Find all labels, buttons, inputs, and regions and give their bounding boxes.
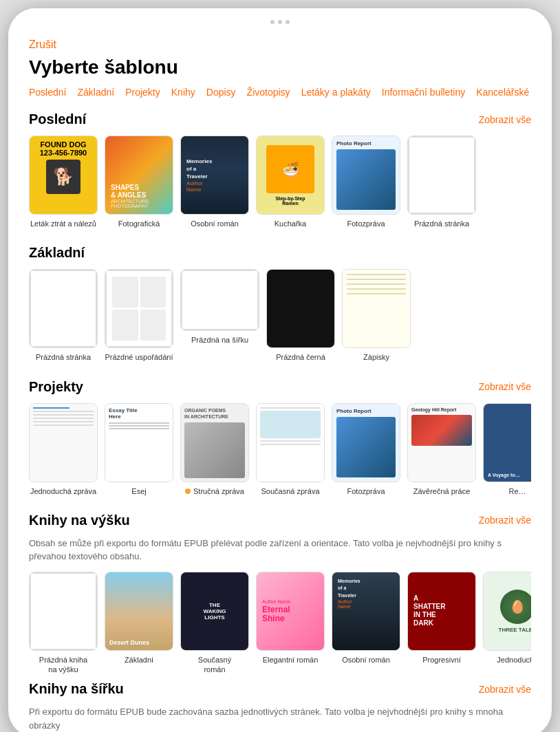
layout-cell-2 <box>140 277 166 308</box>
template-eternal-shine[interactable]: Author Name EternalShine Elegantní román <box>256 572 325 675</box>
template-label-desert-dunes: Základní <box>125 655 153 665</box>
organic-image <box>184 422 245 478</box>
template-photo-report-2[interactable]: Photo Report Fotozpráva <box>332 403 400 496</box>
template-thumb-blank-landscape <box>180 269 259 331</box>
books-portrait-description: Obsah se může při exportu do formátu EPU… <box>29 537 531 563</box>
mb-author: AuthorName <box>338 599 394 609</box>
template-notes[interactable]: Zápisky <box>342 269 411 362</box>
thumb-blank-landscape-content <box>181 270 259 330</box>
template-book-blank[interactable]: Prázdná knihana výšku <box>29 572 98 675</box>
template-desert-dunes[interactable]: Desert Dunes Základní <box>105 572 173 675</box>
projects-show-all[interactable]: Zobrazit vše <box>479 381 531 392</box>
template-waking-lights[interactable]: THEWAKINGLIGHTS Současnýromán <box>180 572 249 675</box>
template-label-modern-report: Současná zpráva <box>261 486 320 496</box>
books-landscape-show-all[interactable]: Zobrazit vše <box>479 684 531 695</box>
template-blank-layout[interactable]: Prázdné uspořádání <box>105 269 173 362</box>
template-found-dog[interactable]: FOUND DOG123-456-7890 🐕 Leták ztrát a ná… <box>29 136 98 228</box>
thumb-blank-layout-content <box>105 270 173 347</box>
brief-dot <box>185 488 191 494</box>
tab-projects[interactable]: Projekty <box>125 87 160 98</box>
note-line <box>347 293 406 294</box>
template-thumb-shatter: ASHATTERIN THEDARK <box>407 572 476 651</box>
sr-line <box>33 407 69 409</box>
thumb-mb-content: Memoriesof aTraveler AuthorName <box>332 572 400 650</box>
template-voyage[interactable]: A Voyage to… Re… <box>483 403 531 496</box>
template-label-essay: Esej <box>131 486 146 496</box>
template-thumb-blank-layout <box>105 269 173 348</box>
cancel-button[interactable]: Zrušit <box>29 39 56 51</box>
books-portrait-title: Knihy na výšku <box>29 513 130 528</box>
template-shatter[interactable]: ASHATTERIN THEDARK Progresivní <box>407 572 476 675</box>
pr2-image <box>336 417 396 477</box>
thumb-organic-content: ORGANIC POEMSIN ARCHITECTURE <box>181 404 248 482</box>
tt-title: THREE TALES <box>499 627 531 633</box>
projects-title: Projekty <box>29 379 83 395</box>
template-three-tales[interactable]: 🥚 THREE TALES Jednoduchý <box>483 572 531 675</box>
tab-basic[interactable]: Základní <box>77 87 114 98</box>
template-blank-page[interactable]: Prázdná stránka <box>29 269 98 362</box>
template-blank-recent[interactable]: Prázdná stránka <box>407 136 476 228</box>
template-memories-book[interactable]: Memoriesof aTraveler AuthorName Osobní r… <box>332 572 400 675</box>
template-thumb-desert-dunes: Desert Dunes <box>105 572 173 651</box>
tab-letters[interactable]: Dopisy <box>206 87 236 98</box>
pr-image <box>336 149 396 210</box>
template-label-photo-report: Fotozpráva <box>347 219 385 228</box>
tab-flyers[interactable]: Letáky a plakáty <box>301 87 371 98</box>
tt-image: 🥚 <box>500 590 531 624</box>
template-thumb-voyage: A Voyage to… <box>483 403 531 482</box>
template-blank-black[interactable]: Prázdná černá <box>266 269 335 362</box>
template-label-blank-page: Prázdná stránka <box>36 352 91 362</box>
template-label-found-dog: Leták ztrát a nálezů <box>30 219 96 228</box>
sr-line <box>33 424 94 426</box>
sr-line <box>33 414 94 416</box>
recent-show-all[interactable]: Zobrazit vše <box>479 114 531 125</box>
tab-resumes[interactable]: Životopisy <box>247 87 290 98</box>
template-essay[interactable]: Essay TitleHere Esej <box>105 403 173 496</box>
template-photo-report[interactable]: Photo Report Fotozpráva <box>332 136 400 228</box>
template-label-book-blank: Prázdná knihana výšku <box>39 655 87 675</box>
dd-title: Desert Dunes <box>109 639 169 646</box>
basic-grid: Prázdná stránka Prázdné uspořádání <box>29 269 531 362</box>
template-brief-report[interactable]: ORGANIC POEMSIN ARCHITECTURE Stručná zpr… <box>180 403 249 496</box>
template-thumb-modern-report <box>256 403 325 482</box>
sr-line <box>33 421 94 422</box>
cb-title: Step-by-StepRamen <box>275 196 305 206</box>
tab-recent[interactable]: Poslední <box>29 87 66 98</box>
template-cookbook[interactable]: 🍜 Step-by-StepRamen Kuchařka <box>256 136 325 228</box>
recent-section: Poslední Zobrazit vše FOUND DOG123-456-7… <box>29 111 531 228</box>
essay-line <box>109 425 169 427</box>
template-blank-landscape[interactable]: Prázdná na šířku <box>180 269 259 362</box>
thumb-blank-page-content <box>30 270 97 347</box>
template-label-eternal-shine: Elegantní román <box>263 655 319 665</box>
organic-title: ORGANIC POEMSIN ARCHITECTURE <box>184 407 245 420</box>
template-shapes[interactable]: SHAPES& ANGLES ARCHITECTURE, PHOTOGRAPHY… <box>105 136 173 228</box>
template-thumb-blank-black <box>266 269 335 348</box>
template-label-voyage: Re… <box>508 486 526 496</box>
device-frame: Zrušit Vyberte šablonu Poslední Základní… <box>8 8 552 732</box>
template-label-photo-report-2: Fotozpráva <box>347 486 385 496</box>
projects-header: Projekty Zobrazit vše <box>29 379 531 395</box>
template-thumb-photo-report: Photo Report <box>332 136 400 215</box>
template-thumb-cookbook: 🍜 Step-by-StepRamen <box>256 136 325 215</box>
top-notch <box>8 8 552 36</box>
template-simple-report[interactable]: Jednoduchá zpráva <box>29 403 98 496</box>
essay-title: Essay TitleHere <box>109 407 169 420</box>
books-portrait-show-all[interactable]: Zobrazit vše <box>479 515 531 526</box>
tab-office[interactable]: Kancelářské <box>476 87 529 98</box>
layout-cell-3 <box>112 310 138 341</box>
mr-line <box>260 440 321 442</box>
tab-books[interactable]: Knihy <box>171 87 195 98</box>
template-modern-report[interactable]: Současná zpráva <box>256 403 325 496</box>
template-geology[interactable]: Geology Hill Report Závěrečná práce <box>407 403 476 496</box>
thumb-geo-content: Geology Hill Report <box>408 404 475 482</box>
thumb-tt-content: 🥚 THREE TALES <box>484 572 531 650</box>
books-landscape-description: Při exportu do formátu EPUB bude zachová… <box>29 705 531 732</box>
page-title: Vyberte šablonu <box>29 56 531 78</box>
template-memories[interactable]: Memoriesof aTraveler AuthorName Osobní r… <box>180 136 249 228</box>
thumb-bb-content <box>30 572 97 650</box>
layout-cell-4 <box>140 310 166 341</box>
template-thumb-photo-report-2: Photo Report <box>332 403 400 482</box>
template-thumb-essay: Essay TitleHere <box>105 403 173 482</box>
template-label-brief-report: Stručná zpráva <box>185 486 244 496</box>
tab-newsletters[interactable]: Informační bulletiny <box>382 87 465 98</box>
